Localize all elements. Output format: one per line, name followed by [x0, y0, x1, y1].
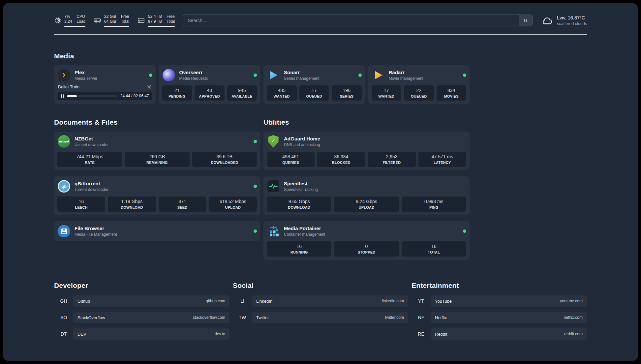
service-card-portainer[interactable]: Media Portainer Container management 16 … — [263, 221, 470, 260]
service-card-sonarr[interactable]: Sonarr Series management 485 WANTED 17 Q… — [263, 65, 365, 104]
stat-tile: 471 SEED — [159, 197, 206, 212]
now-playing-row: Bullet Train — [57, 84, 152, 89]
stat-label: WANTED — [373, 94, 400, 99]
pause-button[interactable] — [61, 94, 64, 98]
disk-widget: 52.4 TB 97.9 TB Free Total — [137, 14, 175, 27]
card-header: Media Portainer Container management — [267, 225, 466, 238]
topbar-divider — [54, 34, 587, 35]
status-dot-online — [254, 74, 257, 77]
sonarr-icon — [267, 69, 280, 82]
stat-tile: 39.6 TB DOWNLOADED — [192, 152, 257, 167]
player-controls: 24:44 / 02:06:47 — [57, 92, 152, 100]
disk-usage-bar — [148, 26, 175, 27]
service-card-speedtest[interactable]: Speedtest Speedtest Tracking 9.65 Gbps D… — [263, 176, 470, 215]
stat-tile: 47.571 ms LATENCY — [418, 152, 466, 167]
stat-value: 744.21 Mbps — [59, 154, 121, 160]
topbar: 7% 3.24 CPU Load — [54, 3, 587, 30]
stat-value: 22 — [405, 88, 433, 93]
stat-tile: 16 LEECH — [57, 197, 105, 212]
card-header: Overseerr Media Requests — [162, 69, 257, 82]
stat-tile: 945 AVAILABLE — [227, 85, 257, 101]
stat-tile: 196 SERIES — [332, 85, 362, 101]
stat-label: LEECH — [59, 205, 104, 210]
memory-usage-bar — [104, 26, 129, 27]
bookmark-label: LinkedIn — [256, 299, 272, 304]
status-dot-online — [463, 229, 466, 233]
bookmark-github[interactable]: Github github.com — [73, 295, 229, 307]
search-provider-button[interactable]: G — [519, 15, 533, 26]
bookmark-label: Github — [77, 299, 90, 304]
search-input[interactable] — [183, 15, 519, 26]
stat-value: 485 — [268, 88, 295, 93]
overseerr-icon — [162, 69, 175, 82]
stat-value: 39.6 TB — [194, 154, 256, 160]
qbittorrent-icon: qb — [57, 180, 71, 193]
stat-label: UPLOAD — [210, 205, 256, 210]
service-card-qbittorrent[interactable]: qb qBittorrent Torrent downloader — [54, 176, 260, 215]
stat-label: DOWNLOAD — [109, 205, 154, 210]
service-card-filebrowser[interactable]: File Browser Media File Management — [54, 221, 260, 241]
stat-value: 834 — [438, 88, 465, 93]
service-name: Speedtest — [284, 180, 318, 187]
status-dot-online — [358, 74, 362, 77]
search-bar[interactable]: G — [183, 15, 533, 26]
bookmark-netflix[interactable]: Netflix netflix.com — [431, 312, 587, 323]
status-dot-online — [149, 74, 152, 77]
status-dot-online — [254, 185, 257, 188]
service-card-radarr[interactable]: Radarr Movie management 17 WANTED 22 QUE… — [368, 65, 470, 104]
stat-value: 16 — [268, 244, 330, 249]
gear-icon[interactable] — [147, 84, 152, 89]
weather-widget: Lviv, 16.87°C scattered clouds — [541, 15, 587, 26]
service-subtitle: Series management — [284, 76, 319, 81]
bookmark-url: netflix.com — [564, 315, 583, 320]
bookmark-group-social: Social LI LinkedIn linkedin.com TW Twitt… — [233, 282, 408, 323]
stat-value: 47.571 ms — [420, 154, 465, 160]
disk-total-value: 97.9 TB — [148, 19, 162, 24]
card-header: File Browser Media File Management — [57, 225, 257, 238]
cpu-load-value: 3.24 — [64, 19, 72, 24]
service-card-overseerr[interactable]: Overseerr Media Requests 21 PENDING 40 A… — [159, 65, 260, 104]
service-card-adguard[interactable]: ✓ AdGuard Home DNS and adblocking 498,46… — [263, 132, 470, 170]
service-card-plex[interactable]: Plex Media server Bullet Train — [54, 65, 156, 104]
bookmark-abbr: LI — [233, 298, 252, 304]
bookmark-youtube[interactable]: YouTube youtube.com — [431, 295, 587, 307]
bookmark-label: StackOverflow — [77, 315, 105, 320]
service-card-nzbget[interactable]: nzbget NZBGet Usenet downloader — [54, 132, 260, 170]
bookmark-reddit[interactable]: Reddit reddit.com — [431, 328, 587, 340]
stat-tile: 834 MOVIES — [437, 85, 467, 101]
stat-label: AVAILABLE — [229, 94, 256, 99]
plex-icon — [57, 69, 71, 82]
ram-icon — [93, 16, 101, 24]
bookmark-dev[interactable]: DEV dev.to — [73, 328, 229, 340]
stat-label: STOPPED — [335, 250, 397, 255]
stat-label: RATE — [59, 160, 121, 165]
card-header: Speedtest Speedtest Tracking — [267, 180, 466, 193]
playback-progress-track[interactable] — [67, 95, 117, 97]
stat-value: 498,461 — [268, 154, 313, 160]
service-subtitle: Speedtest Tracking — [284, 187, 318, 192]
service-subtitle: Movie management — [389, 76, 423, 81]
stat-label: SERIES — [333, 94, 360, 99]
stat-value: 17 — [301, 88, 328, 93]
bookmark-label: Reddit — [435, 332, 447, 337]
bookmark-url: stackoverflow.com — [193, 315, 225, 320]
service-name: Sonarr — [284, 69, 319, 76]
section-title-social: Social — [233, 282, 408, 289]
section-title-media: Media — [54, 52, 470, 60]
stat-tile: 2,953 FILTERED — [368, 152, 416, 167]
service-name: Radarr — [389, 69, 423, 76]
bookmark-url: linkedin.com — [382, 299, 404, 303]
bookmark-group-entertainment: Entertainment YT YouTube youtube.com NF … — [412, 282, 587, 340]
bookmark-twitter[interactable]: Twitter twitter.com — [252, 312, 408, 323]
documents-column: Documents & Files nzbget NZBGet Usenet d… — [54, 118, 260, 241]
stat-value: 86,384 — [319, 154, 364, 160]
stat-tile: 9.24 Gbps UPLOAD — [334, 197, 399, 212]
bookmark-linkedin[interactable]: LinkedIn linkedin.com — [252, 295, 408, 307]
bookmark-row: RE Reddit reddit.com — [412, 328, 587, 340]
bookmark-stackoverflow[interactable]: StackOverflow stackoverflow.com — [73, 312, 229, 323]
stat-label: FILTERED — [369, 160, 414, 165]
stat-tile: 22 QUEUED — [404, 85, 434, 101]
bookmark-label: YouTube — [435, 299, 452, 304]
disk-widget-body: 52.4 TB 97.9 TB Free Total — [148, 14, 175, 27]
cpu-widget-body: 7% 3.24 CPU Load — [64, 14, 85, 27]
